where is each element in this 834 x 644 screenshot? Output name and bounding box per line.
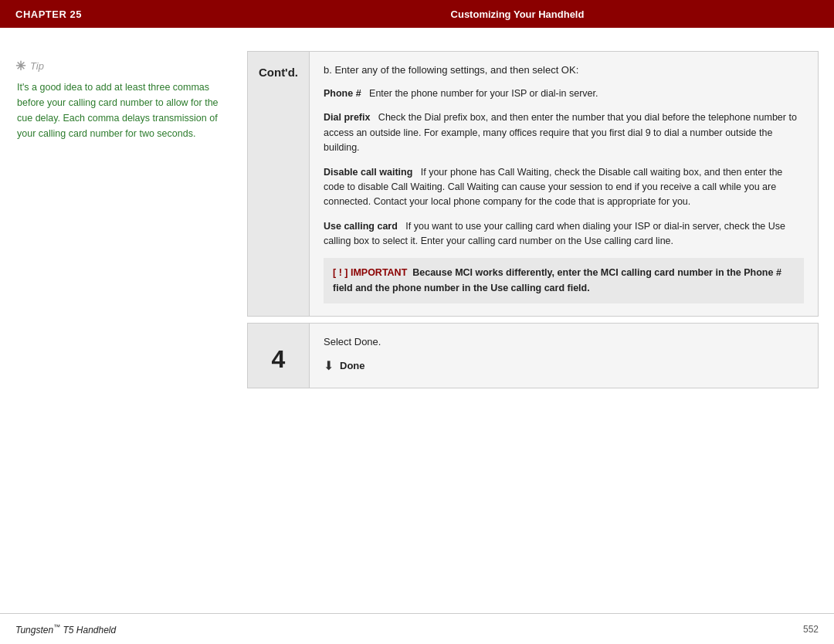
setting-disable-cw-label: Disable call waiting [324,167,412,178]
done-label: Done [340,360,365,371]
tip-label: Tip [30,60,44,72]
page-footer: Tungsten™ T5 Handheld 552 [0,613,834,644]
setting-phone: Phone # Enter the phone number for your … [324,86,804,101]
page-header: CHAPTER 25 Customizing Your Handheld [0,0,834,28]
setting-dial-prefix: Dial prefix Check the Dial prefix box, a… [324,110,804,155]
important-box: [ ! ] IMPORTANT Because MCI works differ… [324,258,804,303]
setting-disable-call-waiting: Disable call waiting If your phone has C… [324,165,804,210]
step4-body: Select Done. ⬇ Done [310,324,818,388]
setting-phone-text: Enter the phone number for your ISP or d… [369,88,598,99]
footer-brand: Tungsten™ T5 Handheld [15,623,116,636]
footer-page-number: 552 [803,624,819,635]
main-content: ✳ Tip It's a good idea to add at least t… [0,28,834,613]
footer-brand-name: Tungsten [15,625,53,636]
content-panels: Cont'd. b. Enter any of the following se… [247,51,819,598]
setting-dial-prefix-text: Check the Dial prefix box, and then ente… [324,112,797,153]
sidebar-tip: ✳ Tip It's a good idea to add at least t… [15,51,232,598]
contd-intro: b. Enter any of the following settings, … [324,64,804,76]
contd-label-text: Cont'd. [259,66,298,79]
setting-dial-prefix-label: Dial prefix [324,112,370,123]
trademark-icon: ™ [53,623,60,631]
contd-panel-inner: Cont'd. b. Enter any of the following se… [248,52,818,316]
contd-panel: Cont'd. b. Enter any of the following se… [247,51,819,317]
contd-label-area: Cont'd. [248,52,310,316]
footer-model: T5 [60,625,73,636]
tip-asterisk-icon: ✳ [15,59,25,73]
tip-body-text: It's a good idea to add at least three c… [15,80,232,141]
tip-header: ✳ Tip [15,59,232,73]
chapter-label: CHAPTER 25 [15,8,216,20]
step4-instruction: Select Done. [324,336,804,347]
setting-calling-card-label: Use calling card [324,221,398,232]
done-row: ⬇ Done [324,358,804,373]
step4-number-area: 4 [248,324,310,388]
done-arrow-icon: ⬇ [324,358,334,373]
important-prefix: [ ! ] IMPORTANT [333,267,407,278]
setting-phone-label: Phone # [324,88,361,99]
footer-suffix: Handheld [74,625,117,636]
step4-number: 4 [272,337,286,374]
contd-panel-body: b. Enter any of the following settings, … [310,52,818,316]
step4-panel-inner: 4 Select Done. ⬇ Done [248,324,818,388]
setting-use-calling-card: Use calling card If you want to use your… [324,219,804,249]
chapter-title: Customizing Your Handheld [216,8,819,20]
step4-panel: 4 Select Done. ⬇ Done [247,323,819,388]
